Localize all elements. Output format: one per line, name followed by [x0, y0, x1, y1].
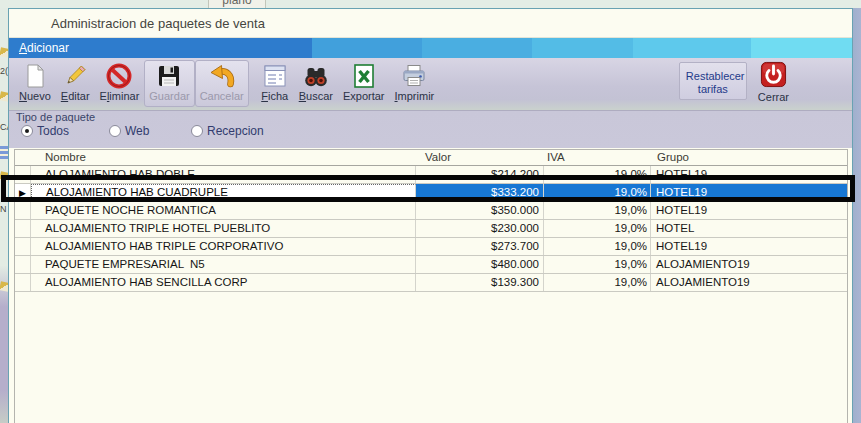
radio-label: Recepcion [207, 124, 264, 138]
background-chevron-icon [0, 91, 8, 102]
cell-iva[interactable]: 19,0% [544, 238, 651, 255]
cell-iva[interactable]: 19,0% [544, 166, 651, 183]
column-header-nombre[interactable]: Nombre [31, 150, 416, 165]
cell-iva[interactable]: 19,0% [544, 220, 651, 237]
cell-grupo[interactable]: HOTEL19 [651, 184, 847, 201]
cell-valor[interactable]: $214.200 [416, 166, 544, 183]
row-marker-cell [15, 202, 31, 219]
cell-nombre[interactable]: PAQUETE EMPRESARIAL N5 [31, 256, 416, 273]
radio-label: Web [125, 124, 149, 138]
cell-grupo[interactable]: ALOJAMIENTO19 [651, 256, 847, 273]
undo-arrow-icon [208, 62, 236, 90]
window-titlebar: Administracion de paquetes de venta [9, 9, 852, 38]
reset-rates-button[interactable]: Restablecer tarifas [679, 62, 747, 100]
radio-recepcion[interactable]: Recepcion [191, 124, 264, 138]
radio-selected-icon [21, 125, 33, 137]
column-header-valor[interactable]: Valor [416, 150, 544, 165]
radio-web[interactable]: Web [109, 124, 149, 138]
cell-iva[interactable]: 19,0% [544, 202, 651, 219]
cell-nombre[interactable]: PAQUETE NOCHE ROMANTICA [31, 202, 416, 219]
export-button[interactable]: Exportar [338, 60, 390, 107]
background-chevron-icon [0, 281, 8, 292]
close-button[interactable]: Cerrar [753, 60, 794, 107]
cell-iva[interactable]: 19,0% [544, 184, 651, 201]
button-label: Imprimir [395, 90, 435, 103]
row-marker-cell [15, 238, 31, 255]
background-chevron-icon [0, 171, 8, 182]
row-marker-cell [15, 256, 31, 273]
column-header-grupo[interactable]: Grupo [651, 150, 847, 165]
printer-icon [400, 62, 428, 90]
edit-button[interactable]: Editar [56, 60, 95, 107]
background-text-fragment: 2( [0, 66, 8, 76]
background-text-fragment: CA [0, 122, 8, 132]
excel-icon [350, 62, 378, 90]
cell-valor[interactable]: $350.000 [416, 202, 544, 219]
table-row[interactable]: ALOJAMIENTO HAB SENCILLA CORP $139.300 1… [15, 274, 847, 292]
search-button[interactable]: Buscar [294, 60, 338, 107]
button-label: Ficha [261, 90, 288, 103]
table-row[interactable]: PAQUETE EMPRESARIAL N5 $480.000 19,0% AL… [15, 256, 847, 274]
cell-nombre[interactable]: ALOJAMIENTO HAB DOBLE [31, 166, 416, 183]
cell-nombre[interactable]: ALOJAMIENTO HAB TRIPLE CORPORATIVO [31, 238, 416, 255]
background-window-left-strip: 2( CA N [0, 8, 8, 423]
radio-unselected-icon [109, 125, 121, 137]
button-label: Cerrar [758, 91, 789, 104]
packages-table: Nombre Valor IVA Grupo ALOJAMIENTO HAB D… [14, 149, 848, 423]
cell-valor[interactable]: $480.000 [416, 256, 544, 273]
cell-nombre[interactable]: ALOJAMIENTO TRIPLE HOTEL PUEBLITO [31, 220, 416, 237]
table-row[interactable]: ALOJAMIENTO TRIPLE HOTEL PUEBLITO $230.0… [15, 220, 847, 238]
save-button[interactable]: Guardar [144, 60, 194, 107]
cell-grupo[interactable]: ALOJAMIENTO19 [651, 274, 847, 291]
radio-todos[interactable]: Todos [21, 124, 69, 138]
package-type-groupbox: Tipo de paquete Todos Web Recepcion [9, 110, 852, 148]
cell-nombre[interactable]: ALOJAMIENTO HAB SENCILLA CORP [31, 274, 416, 291]
cell-grupo[interactable]: HOTEL19 [651, 238, 847, 255]
table-row[interactable]: ALOJAMIENTO HAB TRIPLE CORPORATIVO $273.… [15, 238, 847, 256]
cell-nombre[interactable]: ALOJAMIENTO HAB CUADRUPLE [31, 184, 416, 201]
row-marker-cell [15, 274, 31, 291]
table-row-selected[interactable]: ▶ ALOJAMIENTO HAB CUADRUPLE $333.200 19,… [15, 184, 847, 202]
cell-grupo[interactable]: HOTEL19 [651, 166, 847, 183]
no-entry-icon [105, 62, 133, 90]
cell-grupo[interactable]: HOTEL [651, 220, 847, 237]
background-button-plano[interactable]: plano [208, 0, 266, 8]
row-marker-cell [15, 166, 31, 183]
radio-row: Todos Web Recepcion [9, 124, 852, 144]
cell-iva[interactable]: 19,0% [544, 256, 651, 273]
background-window-top-strip: plano [0, 0, 861, 8]
button-label: Editar [61, 90, 90, 103]
delete-button[interactable]: Eliminar [95, 60, 145, 107]
table-row[interactable]: ALOJAMIENTO HAB DOBLE $214.200 19,0% HOT… [15, 166, 847, 184]
radio-unselected-icon [191, 125, 203, 137]
background-window-right-strip [853, 8, 861, 423]
floppy-disk-icon [155, 62, 183, 90]
menu-item-adicionar[interactable]: Adicionar [9, 38, 79, 58]
column-header-iva[interactable]: IVA [544, 150, 651, 165]
table-header-row: Nombre Valor IVA Grupo [15, 150, 847, 166]
background-chevron-icon [0, 47, 8, 58]
radio-label: Todos [37, 124, 69, 138]
button-label: Guardar [149, 90, 189, 103]
cell-valor[interactable]: $139.300 [416, 274, 544, 291]
cell-valor[interactable]: $333.200 [416, 184, 544, 201]
cell-valor[interactable]: $230.000 [416, 220, 544, 237]
row-marker-cell [15, 220, 31, 237]
background-text-fragment: N [0, 204, 7, 214]
power-icon [760, 61, 787, 91]
cell-valor[interactable]: $273.700 [416, 238, 544, 255]
toolbar: Nuevo Editar Eliminar Guardar Cancelar [9, 58, 852, 110]
cancel-button[interactable]: Cancelar [195, 60, 249, 107]
detail-form-button[interactable]: Ficha [256, 60, 294, 107]
background-mini-icon [0, 146, 8, 159]
button-label: Buscar [299, 90, 333, 103]
selected-row-marker-icon: ▶ [15, 184, 31, 201]
table-row[interactable]: PAQUETE NOCHE ROMANTICA $350.000 19,0% H… [15, 202, 847, 220]
print-button[interactable]: Imprimir [390, 60, 440, 107]
cell-iva[interactable]: 19,0% [544, 274, 651, 291]
button-label: Exportar [343, 90, 385, 103]
new-button[interactable]: Nuevo [14, 60, 56, 107]
menubar: Adicionar [9, 38, 852, 58]
cell-grupo[interactable]: HOTEL19 [651, 202, 847, 219]
window-title: Administracion de paquetes de venta [51, 16, 265, 31]
